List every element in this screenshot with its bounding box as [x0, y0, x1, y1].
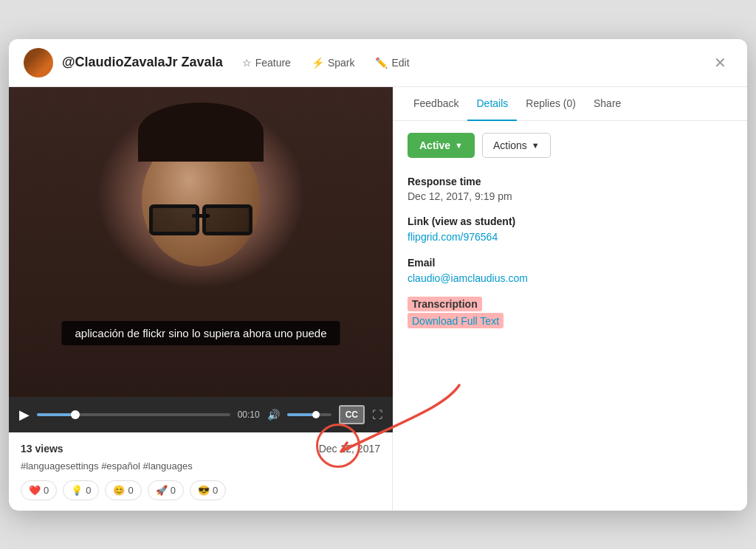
response-time-section: Response time Dec 12, 2017, 9:19 pm: [408, 176, 732, 202]
video-date: Dec 12, 2017: [319, 443, 380, 455]
modal-container: @ClaudioZavalaJr Zavala ☆ Feature ⚡ Spar…: [9, 39, 747, 511]
avatar: [24, 48, 53, 77]
transcription-label: Transcription: [408, 298, 732, 310]
glasses-bridge: [192, 214, 210, 218]
download-full-text-link[interactable]: Download Full Text: [412, 315, 499, 327]
glasses: [149, 204, 252, 230]
feature-button[interactable]: ☆ Feature: [238, 54, 295, 72]
tab-replies[interactable]: Replies (0): [517, 87, 585, 121]
star-icon: ☆: [242, 57, 252, 69]
reaction-emoji: 🚀: [156, 485, 168, 496]
video-info: 13 views Dec 12, 2017 #languagesettings …: [9, 432, 393, 511]
progress-bar[interactable]: [37, 413, 230, 416]
hashtags: #languagesettings #español #languages: [21, 460, 380, 472]
reaction-count: 0: [86, 485, 91, 496]
modal-header: @ClaudioZavalaJr Zavala ☆ Feature ⚡ Spar…: [9, 39, 747, 87]
edit-button[interactable]: ✏️ Edit: [371, 54, 413, 72]
user-name: @ClaudioZavalaJr Zavala: [62, 55, 223, 70]
close-button[interactable]: ✕: [708, 51, 732, 75]
right-panel: Feedback Details Replies (0) Share Activ…: [393, 87, 747, 511]
volume-fill: [287, 413, 316, 416]
cc-button[interactable]: CC: [339, 405, 365, 424]
time-display: 00:10: [238, 410, 260, 420]
spark-button[interactable]: ⚡ Spark: [307, 54, 360, 72]
actions-chevron-icon: ▼: [532, 141, 540, 150]
video-person: [9, 87, 393, 397]
tab-details[interactable]: Details: [467, 87, 517, 121]
reaction-emoji: 😊: [113, 485, 125, 496]
reaction-emoji: ❤️: [29, 485, 41, 496]
link-label: Link (view as student): [408, 215, 732, 227]
reaction-item[interactable]: 🚀0: [148, 480, 184, 500]
reaction-count: 0: [171, 485, 176, 496]
email-value[interactable]: claudio@iamclaudius.com: [408, 272, 528, 284]
reactions-row: ❤️0💡0😊0🚀0😎0: [21, 480, 380, 500]
email-section: Email claudio@iamclaudius.com: [408, 257, 732, 285]
reaction-item[interactable]: ❤️0: [21, 480, 57, 500]
link-value[interactable]: flipgrid.com/976564: [408, 231, 498, 243]
video-panel: AHAMAGFG aplicación de flickr sino lo su…: [9, 87, 393, 511]
volume-button[interactable]: 🔊: [267, 409, 280, 421]
progress-thumb: [71, 410, 80, 419]
reaction-item[interactable]: 💡0: [63, 480, 99, 500]
header-actions: ☆ Feature ⚡ Spark ✏️ Edit: [238, 54, 414, 72]
play-button[interactable]: ▶: [19, 407, 30, 423]
response-time-label: Response time: [408, 176, 732, 187]
action-buttons: Active ▼ Actions ▼: [408, 133, 732, 158]
volume-bar[interactable]: [287, 413, 331, 416]
active-button[interactable]: Active ▼: [408, 133, 475, 158]
actions-button[interactable]: Actions ▼: [482, 133, 551, 158]
tabs: Feedback Details Replies (0) Share: [393, 87, 747, 121]
video-controls: ▶ 00:10 🔊 CC ⛶: [9, 397, 393, 432]
active-label: Active: [419, 139, 450, 151]
modal-body: AHAMAGFG aplicación de flickr sino lo su…: [9, 87, 747, 511]
volume-thumb: [312, 411, 320, 418]
reaction-count: 0: [213, 485, 218, 496]
actions-label: Actions: [493, 139, 527, 151]
details-content: Active ▼ Actions ▼ Response time Dec 12,…: [393, 121, 747, 511]
views-date-row: 13 views Dec 12, 2017: [21, 443, 380, 455]
tab-feedback[interactable]: Feedback: [405, 87, 467, 121]
reaction-item[interactable]: 😎0: [190, 480, 226, 500]
video-area: AHAMAGFG aplicación de flickr sino lo su…: [9, 87, 393, 397]
link-section: Link (view as student) flipgrid.com/9765…: [408, 215, 732, 244]
reaction-count: 0: [44, 485, 49, 496]
video-subtitle: aplicación de flickr sino lo supiera aho…: [61, 321, 340, 345]
edit-icon: ✏️: [375, 57, 388, 69]
reaction-emoji: 💡: [71, 485, 83, 496]
reaction-count: 0: [128, 485, 133, 496]
views-count: 13 views: [21, 443, 63, 455]
reaction-item[interactable]: 😊0: [105, 480, 141, 500]
transcription-section: Transcription Download Full Text: [408, 298, 732, 328]
active-chevron-icon: ▼: [455, 141, 463, 150]
tab-share[interactable]: Share: [585, 87, 630, 121]
email-label: Email: [408, 257, 732, 269]
response-time-value: Dec 12, 2017, 9:19 pm: [408, 190, 732, 202]
progress-fill: [37, 413, 75, 416]
spark-icon: ⚡: [312, 57, 324, 69]
fullscreen-button[interactable]: ⛶: [372, 409, 382, 421]
reaction-emoji: 😎: [198, 485, 210, 496]
